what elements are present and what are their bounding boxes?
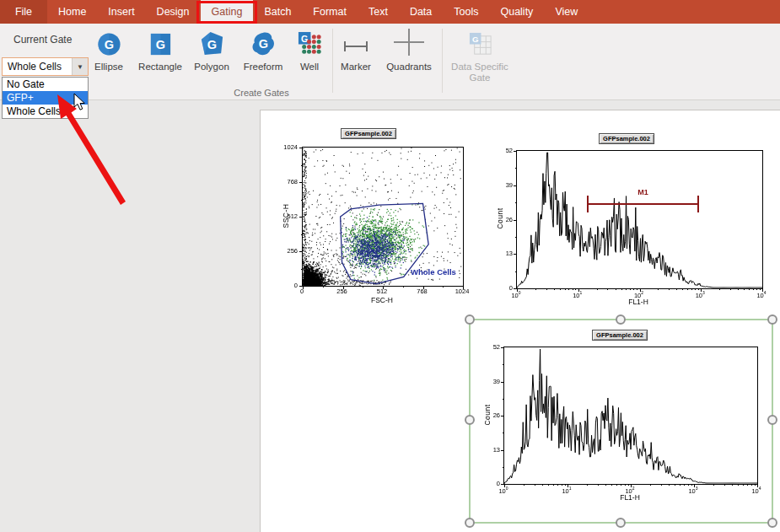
histogram1-plot-area[interactable]: M1 — [516, 150, 763, 289]
selection-handle-se[interactable] — [767, 518, 777, 528]
ellipse-label: Ellipse — [94, 62, 123, 72]
current-gate-dropdown-list: No Gate GFP+ Whole Cells — [2, 77, 89, 119]
tick-label: 101 — [562, 486, 571, 495]
svg-text:G: G — [155, 38, 164, 51]
marker-label: Marker — [341, 62, 371, 72]
tick-mark — [301, 269, 303, 270]
dropdown-item-gfp[interactable]: GFP+ — [3, 91, 88, 105]
tab-tools[interactable]: Tools — [443, 0, 489, 24]
tick-label: 26 — [493, 411, 500, 419]
freeform-gate-button[interactable]: G Freeform — [236, 29, 290, 73]
data-specific-gate-button[interactable]: G Data Specific Gate — [445, 29, 514, 83]
tab-insert[interactable]: Insert — [97, 0, 145, 24]
tick-label: 103 — [696, 290, 705, 299]
tick-mark — [515, 237, 517, 238]
polygon-gate-button[interactable]: G Polygon — [189, 29, 234, 73]
tick-mark — [515, 168, 517, 169]
tab-data[interactable]: Data — [399, 0, 443, 24]
histogram-plot-1[interactable]: GFPsample.002 M1 013263952 1001011021031… — [493, 126, 780, 308]
tick-label: 13 — [506, 250, 513, 257]
marker-gate-button[interactable]: Marker — [336, 29, 376, 73]
tick-label: 256 — [287, 247, 298, 255]
ellipse-gate-button[interactable]: G Ellipse — [84, 29, 133, 73]
m1-marker-cap[interactable] — [697, 196, 699, 212]
tab-design[interactable]: Design — [146, 0, 201, 24]
svg-text:G: G — [207, 38, 216, 51]
data-specific-gate-label: Data Specific Gate — [451, 62, 508, 83]
plot-title: GFPsample.002 — [599, 133, 654, 144]
histogram2-canvas — [504, 347, 757, 484]
tick-label: 1024 — [455, 287, 470, 295]
tick-label: 256 — [336, 287, 347, 295]
ribbon-tab-bar: File Home Insert Design Gating Batch For… — [0, 0, 780, 24]
scatter-plot[interactable]: GFPsample.002 Whole Cells 02565127681024… — [278, 126, 485, 308]
current-gate-combobox[interactable]: Whole Cells ▼ — [2, 57, 89, 76]
dropdown-item-whole-cells[interactable]: Whole Cells — [3, 105, 88, 118]
tick-mark — [514, 288, 517, 289]
gate-rectangle-icon: G — [133, 29, 187, 57]
selection-handle-n[interactable] — [616, 314, 626, 325]
svg-text:G: G — [258, 37, 267, 51]
selection-handle-e[interactable] — [767, 415, 777, 425]
tick-label: 768 — [287, 178, 298, 185]
selection-handle-w[interactable] — [465, 415, 475, 425]
rectangle-label: Rectangle — [138, 62, 182, 72]
tab-gating[interactable]: Gating — [201, 0, 254, 24]
tick-mark — [301, 234, 303, 235]
well-gate-button[interactable]: G Well — [292, 29, 327, 73]
scatter-plot-area[interactable]: Whole Cells — [302, 147, 464, 287]
current-gate-value: Whole Cells — [3, 58, 72, 75]
tick-label: 103 — [688, 486, 697, 495]
tick-label: 104 — [751, 486, 761, 495]
selection-handle-s[interactable] — [616, 518, 626, 528]
ribbon-separator — [442, 29, 443, 93]
histogram2-plot-area[interactable] — [503, 347, 758, 485]
histogram1-x-axis-title: FL1-H — [628, 298, 648, 306]
tab-text[interactable]: Text — [358, 0, 399, 24]
tick-mark — [301, 200, 303, 201]
tick-mark — [503, 399, 504, 400]
tick-label: 100 — [498, 486, 508, 495]
tick-label: 52 — [493, 343, 500, 351]
tick-label: 0 — [300, 287, 304, 295]
dropdown-item-no-gate[interactable]: No Gate — [3, 78, 88, 91]
svg-text:G: G — [471, 35, 478, 44]
plot-title: GFPsample.002 — [592, 330, 648, 341]
gate-ellipse-icon: G — [84, 29, 133, 57]
tab-batch[interactable]: Batch — [253, 0, 302, 24]
tab-file[interactable]: File — [0, 0, 47, 24]
quadrants-gate-button[interactable]: Quadrants — [379, 29, 438, 73]
svg-text:G: G — [104, 38, 113, 51]
histogram1-canvas — [517, 151, 762, 288]
tick-label: 52 — [506, 147, 513, 154]
tick-mark — [301, 165, 303, 166]
m1-marker-line[interactable] — [588, 203, 698, 205]
scatter-dots-canvas — [303, 148, 463, 286]
tick-label: 39 — [506, 180, 513, 188]
gate-label-whole-cells[interactable]: Whole Cells — [411, 267, 456, 277]
tab-home[interactable]: Home — [47, 0, 97, 24]
selection-handle-ne[interactable] — [767, 314, 777, 325]
histogram-plot-2-selected[interactable]: GFPsample.002 013263952 100101102103104 … — [469, 319, 773, 524]
ribbon-toolbar: Current Gate Whole Cells ▼ G Ellipse G R… — [0, 24, 780, 100]
selection-handle-nw[interactable] — [465, 314, 475, 325]
tick-label: 0 — [294, 282, 298, 289]
current-gate-label: Current Gate — [13, 34, 72, 46]
tab-quality[interactable]: Quality — [489, 0, 544, 24]
selection-handle-sw[interactable] — [465, 518, 475, 528]
tick-label: 1024 — [283, 143, 298, 151]
tick-mark — [515, 271, 517, 272]
tab-view[interactable]: View — [544, 0, 589, 24]
layout-canvas[interactable]: GFPsample.002 Whole Cells 02565127681024… — [260, 110, 780, 532]
tick-label: 101 — [573, 290, 582, 299]
tab-format[interactable]: Format — [302, 0, 358, 24]
rectangle-gate-button[interactable]: G Rectangle — [133, 29, 187, 73]
tick-label: 13 — [493, 445, 500, 453]
tick-label: 104 — [756, 290, 766, 299]
tick-mark — [503, 467, 504, 468]
tick-label: 768 — [417, 287, 428, 295]
m1-marker-label[interactable]: M1 — [637, 188, 648, 196]
histogram1-y-axis-title: Count — [496, 207, 504, 228]
scatter-x-axis-labels: 02565127681024 — [302, 287, 462, 296]
m1-marker-cap[interactable] — [587, 196, 589, 212]
